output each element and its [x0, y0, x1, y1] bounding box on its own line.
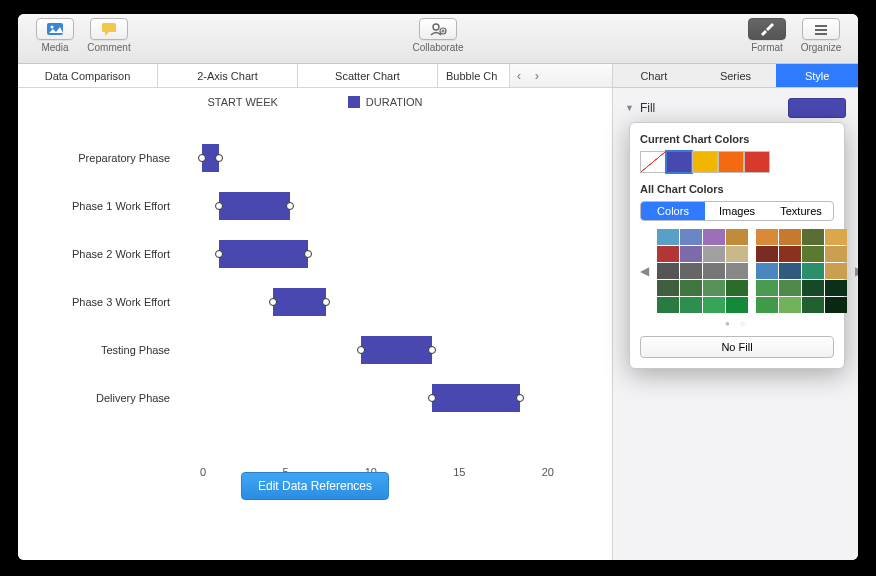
palette-color-swatch[interactable]	[657, 297, 679, 313]
organize-button[interactable]: Organize	[794, 18, 848, 53]
current-color-swatch[interactable]	[718, 151, 744, 173]
palette-color-swatch[interactable]	[680, 229, 702, 245]
palette-right-arrow[interactable]: ▶	[855, 264, 858, 278]
palette-color-swatch[interactable]	[726, 229, 748, 245]
bar-handle-left[interactable]	[198, 154, 206, 162]
current-color-swatch[interactable]	[666, 151, 692, 173]
bar-handle-right[interactable]	[322, 298, 330, 306]
palette-color-swatch[interactable]	[825, 246, 847, 262]
palette-color-swatch[interactable]	[756, 229, 778, 245]
chevron-left-icon[interactable]: ‹	[510, 68, 528, 83]
tab-scatter[interactable]: Scatter Chart	[298, 64, 438, 87]
palette-color-swatch[interactable]	[703, 263, 725, 279]
palette-color-swatch[interactable]	[680, 263, 702, 279]
current-color-swatch[interactable]	[640, 151, 666, 173]
palette-color-swatch[interactable]	[802, 280, 824, 296]
palette-color-swatch[interactable]	[657, 280, 679, 296]
palette-color-swatch[interactable]	[726, 246, 748, 262]
palette-color-swatch[interactable]	[657, 246, 679, 262]
palette-color-swatch[interactable]	[756, 246, 778, 262]
palette-color-swatch[interactable]	[680, 280, 702, 296]
bar[interactable]	[432, 384, 521, 412]
bar-handle-right[interactable]	[516, 394, 524, 402]
fill-color-swatch[interactable]	[788, 98, 846, 118]
x-tick: 20	[542, 466, 554, 486]
palette-color-swatch[interactable]	[726, 263, 748, 279]
palette-color-swatch[interactable]	[779, 246, 801, 262]
tab-series[interactable]: Series	[695, 64, 777, 87]
palette-color-swatch[interactable]	[802, 297, 824, 313]
seg-colors[interactable]: Colors	[641, 202, 705, 220]
comment-button[interactable]: Comment	[82, 18, 136, 53]
chart-legend: START WEEK DURATION	[18, 96, 612, 108]
palette-color-swatch[interactable]	[756, 297, 778, 313]
bar[interactable]	[219, 240, 308, 268]
palette-color-swatch[interactable]	[726, 297, 748, 313]
tab-data-comparison[interactable]: Data Comparison	[18, 64, 158, 87]
bar[interactable]	[273, 288, 326, 316]
no-fill-button[interactable]: No Fill	[640, 336, 834, 358]
palette-color-swatch[interactable]	[779, 263, 801, 279]
collaborate-button[interactable]: Collaborate	[411, 18, 465, 53]
inspector-panel: ▼ Fill Current Chart Colors All Chart Co…	[612, 88, 858, 560]
palette-color-swatch[interactable]	[779, 297, 801, 313]
palette-color-swatch[interactable]	[802, 263, 824, 279]
bar[interactable]	[202, 144, 220, 172]
palette-left-arrow[interactable]: ◀	[640, 264, 649, 278]
palette-color-swatch[interactable]	[703, 280, 725, 296]
palette-color-swatch[interactable]	[825, 229, 847, 245]
palette-color-swatch[interactable]	[680, 297, 702, 313]
format-button[interactable]: Format	[740, 18, 794, 53]
chart-row: Phase 2 Work Effort	[34, 230, 554, 278]
bar-handle-left[interactable]	[215, 250, 223, 258]
bar[interactable]	[361, 336, 432, 364]
chart-type-tabs: Data Comparison 2-Axis Chart Scatter Cha…	[18, 64, 612, 88]
bar[interactable]	[219, 192, 290, 220]
svg-point-1	[51, 26, 54, 29]
chart-row: Testing Phase	[34, 326, 554, 374]
current-color-swatch[interactable]	[692, 151, 718, 173]
palette-color-swatch[interactable]	[825, 297, 847, 313]
media-button[interactable]: Media	[28, 18, 82, 53]
edit-data-references-button[interactable]: Edit Data References	[241, 472, 389, 500]
chevron-right-icon[interactable]: ›	[528, 68, 546, 83]
palette-color-swatch[interactable]	[680, 246, 702, 262]
chart-row: Preparatory Phase	[34, 134, 554, 182]
chart-canvas[interactable]: START WEEK DURATION Preparatory PhasePha…	[18, 88, 612, 560]
tab-chart[interactable]: Chart	[613, 64, 695, 87]
tab-style[interactable]: Style	[776, 64, 858, 87]
bar-handle-right[interactable]	[428, 346, 436, 354]
palette-color-swatch[interactable]	[802, 246, 824, 262]
bar-handle-left[interactable]	[215, 202, 223, 210]
palette-color-swatch[interactable]	[779, 229, 801, 245]
collaborate-label: Collaborate	[412, 42, 463, 53]
palette-color-swatch[interactable]	[703, 229, 725, 245]
disclosure-triangle-icon[interactable]: ▼	[625, 103, 634, 113]
current-colors-label: Current Chart Colors	[640, 133, 834, 145]
palette-color-swatch[interactable]	[726, 280, 748, 296]
palette-color-swatch[interactable]	[756, 280, 778, 296]
seg-images[interactable]: Images	[705, 202, 769, 220]
palette-segmented-control[interactable]: Colors Images Textures	[640, 201, 834, 221]
current-color-swatch[interactable]	[744, 151, 770, 173]
bar-handle-right[interactable]	[304, 250, 312, 258]
palette-color-swatch[interactable]	[703, 297, 725, 313]
legend-series1: START WEEK	[208, 96, 278, 108]
bar-handle-right[interactable]	[286, 202, 294, 210]
bar-handle-left[interactable]	[269, 298, 277, 306]
bar-handle-left[interactable]	[428, 394, 436, 402]
palette-color-swatch[interactable]	[825, 280, 847, 296]
tab-2axis[interactable]: 2-Axis Chart	[158, 64, 298, 87]
palette-color-swatch[interactable]	[756, 263, 778, 279]
palette-color-swatch[interactable]	[703, 246, 725, 262]
seg-textures[interactable]: Textures	[769, 202, 833, 220]
palette-color-swatch[interactable]	[825, 263, 847, 279]
tab-bubble[interactable]: Bubble Ch	[438, 64, 510, 87]
palette-color-swatch[interactable]	[802, 229, 824, 245]
palette-color-swatch[interactable]	[657, 229, 679, 245]
bar-handle-left[interactable]	[357, 346, 365, 354]
palette-color-swatch[interactable]	[779, 280, 801, 296]
media-icon	[46, 21, 64, 37]
palette-color-swatch[interactable]	[657, 263, 679, 279]
bar-handle-right[interactable]	[215, 154, 223, 162]
